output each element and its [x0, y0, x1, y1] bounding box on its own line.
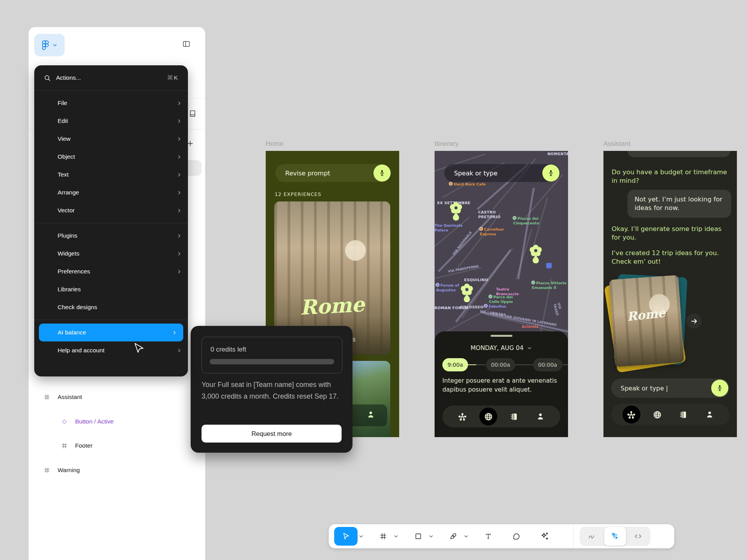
layer-item-footer[interactable]: Footer	[61, 439, 93, 453]
comment-tool[interactable]	[507, 527, 526, 546]
sparkle-plus-icon	[540, 532, 549, 541]
design-mode[interactable]	[604, 527, 626, 546]
timeline-stop-1[interactable]: 9:00a	[442, 358, 468, 371]
frame-icon	[61, 443, 68, 449]
mic-button[interactable]	[542, 164, 559, 182]
actions-tool[interactable]	[535, 527, 554, 546]
frame-title-assistant[interactable]: Assistant	[603, 140, 630, 148]
frame-title-home[interactable]: Home	[266, 140, 283, 148]
map-pin-1[interactable]	[449, 201, 463, 220]
layer-item-assistant[interactable]: Assistant	[44, 390, 82, 404]
date-selector[interactable]: MONDAY, AUG 04	[435, 345, 568, 352]
menu-item-label: Object	[58, 153, 177, 160]
date-label: MONDAY, AUG 04	[470, 345, 523, 352]
timeline-stop-3[interactable]: 00:00a	[533, 358, 562, 371]
trip-card-rome[interactable]: Rome	[609, 275, 684, 367]
search-icon	[44, 74, 51, 82]
sheet-drag-handle[interactable]	[491, 335, 512, 337]
menu-item-file[interactable]: File	[34, 94, 188, 112]
chevron-right-icon	[177, 119, 182, 124]
speak-or-type-pill[interactable]: Speak or type	[444, 164, 560, 182]
menu-item-edit[interactable]: Edit	[34, 112, 188, 130]
menu-item-arrange[interactable]: Arrange	[34, 184, 188, 201]
menu-item-vector[interactable]: Vector	[34, 201, 188, 219]
collapse-panel-button[interactable]	[180, 37, 193, 51]
chat-input[interactable]: Speak or type |	[611, 378, 729, 398]
shortcut-hint: ⌘K	[167, 74, 179, 81]
request-more-button[interactable]: Request more	[202, 425, 342, 443]
map-label-hard-rock-cafe: Hard Rock Cafe	[449, 182, 486, 187]
menu-item-plugins[interactable]: Plugins	[34, 227, 188, 245]
nav-person[interactable]	[531, 408, 549, 425]
mode-switcher	[580, 527, 651, 546]
dev-mode[interactable]	[628, 528, 649, 544]
map-pin-2[interactable]	[529, 244, 543, 263]
move-tool-dropdown[interactable]	[358, 527, 365, 546]
text-tool[interactable]	[479, 527, 498, 546]
mic-button[interactable]	[711, 380, 728, 397]
menu-item-libraries[interactable]: Libraries	[34, 280, 188, 298]
frame-tool[interactable]	[374, 527, 393, 546]
credits-description: Your Full seat in [Team name] comes with…	[202, 379, 345, 402]
shape-tool[interactable]	[409, 527, 428, 546]
library-button[interactable]	[186, 107, 199, 121]
mic-icon	[378, 169, 386, 177]
menu-separator	[34, 320, 188, 320]
menu-item-label: Libraries	[58, 286, 182, 293]
frame-itinerary[interactable]: NOMENTANOHard Rock CafeXX SETTEMBRECASTR…	[435, 151, 568, 437]
map-label-castro: CASTRO PRETORIO	[478, 210, 500, 219]
actions-search[interactable]: Actions... ⌘K	[34, 65, 188, 90]
menu-item-label: Vector	[58, 207, 177, 214]
nav-globe-active[interactable]	[479, 408, 497, 425]
pen-tool-dropdown[interactable]	[463, 527, 470, 546]
nav-notebook[interactable]	[675, 406, 693, 424]
frame-assistant[interactable]: flights from NYC.Do you have a budget or…	[603, 151, 737, 437]
chevron-right-icon	[177, 154, 182, 159]
bottom-nav	[611, 404, 729, 425]
timeline-connector	[468, 364, 486, 366]
menu-item-label: Arrange	[58, 189, 177, 196]
menu-item-view[interactable]: View	[34, 130, 188, 148]
trip-card-stack[interactable]: Rome	[612, 277, 681, 365]
menu-item-label: Edit	[58, 117, 177, 124]
pen-tool[interactable]	[444, 527, 463, 546]
frame-title-itinerary[interactable]: Itinerary	[435, 140, 458, 148]
menu-item-ai-balance[interactable]: AI balance	[39, 324, 183, 341]
chat-message-user: flights from NYC.	[628, 151, 730, 157]
nav-flower-person-active[interactable]	[622, 406, 640, 424]
menu-item-label: View	[58, 135, 177, 142]
menu-item-help-and-account[interactable]: Help and account	[34, 341, 188, 359]
nav-notebook[interactable]	[505, 408, 523, 425]
mic-button[interactable]	[374, 164, 391, 182]
layer-item-warning[interactable]: Warning	[44, 463, 80, 477]
nav-flower-person[interactable]	[453, 408, 471, 425]
frame-icon	[379, 532, 387, 540]
shape-tool-dropdown[interactable]	[428, 527, 435, 546]
menu-item-widgets[interactable]: Widgets	[34, 245, 188, 262]
nav-globe[interactable]	[649, 406, 666, 424]
nav-person[interactable]	[701, 406, 719, 424]
code-icon	[633, 532, 643, 541]
canvas-toolbar	[329, 524, 674, 548]
menu-item-object[interactable]: Object	[34, 148, 188, 166]
draw-mode[interactable]	[582, 528, 603, 544]
menu-item-check-designs[interactable]: Check designs	[34, 298, 188, 316]
timeline-stop-2[interactable]: 00:00a	[486, 358, 515, 371]
frame-tool-dropdown[interactable]	[393, 527, 400, 546]
frame-icon	[44, 394, 50, 401]
menu-item-text[interactable]: Text	[34, 166, 188, 184]
map-label-fabullus: Fabullus	[484, 304, 506, 309]
menu-separator	[34, 223, 188, 223]
main-menu-button[interactable]	[34, 34, 65, 56]
menu-item-preferences[interactable]: Preferences	[34, 262, 188, 280]
layer-label: Button / Active	[75, 418, 114, 425]
mic-icon	[547, 169, 555, 177]
map-label-the-quirinale: The Quirinale Palace	[435, 223, 463, 233]
figma-logo-icon	[41, 40, 49, 51]
poi-dot-icon	[513, 217, 516, 219]
next-card-button[interactable]	[686, 313, 701, 329]
move-tool[interactable]	[334, 527, 358, 546]
map-pin-3[interactable]	[460, 283, 474, 302]
layer-item-button-active[interactable]: Button / Active	[61, 415, 114, 429]
revise-prompt-pill[interactable]: Revise prompt	[275, 164, 391, 182]
